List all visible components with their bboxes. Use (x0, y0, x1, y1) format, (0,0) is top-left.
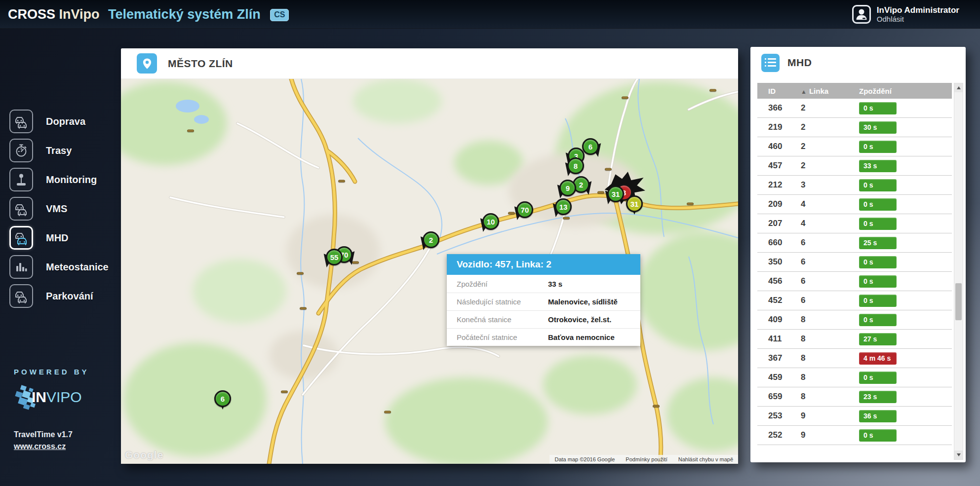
road-number-badge (597, 191, 604, 194)
delay-badge: 36 s (859, 410, 897, 422)
sidebar-item-label: Monitoring (46, 174, 97, 186)
page-title: Telematický systém Zlín (108, 7, 261, 22)
cell-linka: 8 (801, 334, 859, 344)
cell-id: 459 (757, 373, 801, 382)
table-body: 366 2 0 s 219 2 30 s 460 2 0 s 457 2 33 … (757, 99, 952, 460)
road-number-badge (653, 405, 660, 408)
marker-line-number: 10 (482, 213, 499, 230)
brand-invipo: InVipo (59, 7, 100, 22)
road-number-badge (563, 217, 570, 220)
mhd-panel-title: MHD (787, 57, 812, 69)
tooltip-title: Vozidlo: 457, Linka: 2 (447, 254, 640, 275)
cell-delay: 0 s (859, 314, 897, 326)
road-number-badge (687, 203, 694, 205)
language-badge[interactable]: CS (270, 9, 289, 21)
map-canvas[interactable]: 6 3 8 2 9 13 70 10 (121, 79, 738, 464)
vehicle-marker[interactable]: 13 (555, 198, 572, 215)
marker-line-number: 9 (559, 180, 576, 196)
table-row[interactable]: 366 2 0 s (757, 99, 952, 118)
sidebar-item-monitoring[interactable]: Monitoring (9, 168, 109, 191)
tooltip-row: Konečná stanice Otrokovice, žel.st. (447, 310, 640, 328)
cell-linka: 8 (801, 353, 859, 363)
table-row[interactable]: 219 2 30 s (757, 118, 952, 137)
cell-delay: 0 s (859, 179, 897, 191)
column-header-zpozdeni[interactable]: Zpoždění (859, 87, 892, 95)
tooltip-row-label: Následující statnice (447, 298, 548, 306)
delay-badge: 23 s (859, 391, 897, 403)
sidebar-item-label: Doprava (46, 116, 85, 127)
table-row[interactable]: 411 8 27 s (757, 330, 952, 349)
table-row[interactable]: 212 3 0 s (757, 176, 952, 195)
cell-linka: 2 (801, 103, 859, 113)
sidebar-item-trasy[interactable]: Trasy (9, 139, 109, 162)
table-row[interactable]: 367 8 4 m 46 s (757, 349, 952, 368)
cell-id: 252 (757, 430, 801, 440)
table-row[interactable]: 207 4 0 s (757, 214, 952, 233)
table-row[interactable]: 253 9 36 s (757, 407, 952, 426)
sidebar-item-vms[interactable]: VMS (9, 197, 109, 221)
tooltip-row-label: Konečná stanice (447, 315, 548, 324)
sidebar-item-meteostanice[interactable]: Meteostanice (9, 255, 109, 279)
table-row[interactable]: 252 9 0 s (757, 426, 952, 445)
vehicle-marker[interactable]: 70 (516, 201, 533, 218)
vehicle-marker[interactable]: 2 (423, 231, 439, 248)
table-row[interactable]: 409 8 0 s (757, 310, 952, 330)
sidebar-item-parkovani[interactable]: Parkování (9, 284, 109, 308)
table-row[interactable]: 459 8 0 s (757, 368, 952, 387)
table-row[interactable]: 452 6 0 s (757, 291, 952, 310)
delay-badge: 0 s (859, 179, 897, 191)
vehicle-marker[interactable]: 6 (582, 138, 599, 155)
road-number-badge (709, 89, 716, 92)
google-logo: Google (125, 449, 163, 461)
cell-linka: 8 (801, 392, 859, 402)
table-row[interactable]: 209 4 0 s (757, 195, 952, 214)
tooltip-row: Následující statnice Malenovice, sídlišt… (447, 293, 640, 310)
cell-id: 409 (757, 315, 801, 325)
table-scrollbar[interactable] (954, 83, 963, 460)
scrollbar-thumb[interactable] (955, 283, 962, 320)
logout-link[interactable]: Odhlásit (877, 15, 959, 23)
table-row[interactable]: 460 2 0 s (757, 137, 952, 156)
delay-badge: 0 s (859, 372, 897, 384)
vehicle-marker[interactable]: 31 (607, 186, 624, 202)
table-row[interactable]: 456 6 0 s (757, 272, 952, 291)
website-link[interactable]: www.cross.cz (14, 442, 89, 451)
table-row[interactable]: 660 6 25 s (757, 233, 952, 253)
cell-delay: 23 s (859, 391, 897, 403)
vehicle-marker[interactable]: 10 (482, 213, 499, 230)
sort-asc-icon: ▲ (801, 88, 807, 95)
cell-delay: 0 s (859, 372, 897, 384)
vehicle-marker[interactable]: 9 (559, 180, 576, 196)
map-pin-icon (137, 53, 157, 74)
marker-line-number: 8 (567, 157, 584, 174)
vehicle-marker[interactable]: 6 (214, 390, 231, 407)
table-row[interactable]: 659 8 23 s (757, 387, 952, 407)
report-error-link[interactable]: Nahlásit chybu v mapě (678, 456, 733, 462)
cell-id: 219 (757, 122, 801, 132)
cell-id: 659 (757, 392, 801, 402)
sidebar-item-doprava[interactable]: Doprava (9, 110, 109, 133)
cell-id: 253 (757, 411, 801, 421)
column-header-id[interactable]: ID (757, 87, 801, 95)
marker-line-number: 70 (516, 201, 533, 218)
sidebar-item-mhd[interactable]: MHD (9, 226, 109, 250)
user-avatar-icon[interactable] (852, 5, 871, 24)
vehicle-marker[interactable]: 8 (567, 157, 584, 174)
delay-badge: 0 s (859, 141, 897, 153)
cell-linka: 4 (801, 199, 859, 209)
terms-link[interactable]: Podmínky použití (626, 456, 667, 462)
table-row[interactable]: 457 2 33 s (757, 156, 952, 176)
vehicle-marker[interactable]: 31 (626, 195, 643, 212)
table-row[interactable]: 350 6 0 s (757, 253, 952, 272)
column-header-linka[interactable]: ▲Linka (801, 87, 859, 95)
scroll-up-button[interactable] (954, 83, 963, 92)
road-number-badge (300, 307, 307, 310)
user-name: InVipo Administrator (877, 5, 959, 15)
road-number-badge (187, 130, 194, 132)
cell-delay: 0 s (859, 141, 897, 153)
delay-badge: 0 s (859, 256, 897, 268)
sidebar-item-label: Parkování (46, 291, 93, 302)
scroll-down-button[interactable] (954, 450, 963, 459)
vehicle-marker[interactable]: 55 (326, 249, 343, 265)
cell-delay: 0 s (859, 102, 897, 114)
